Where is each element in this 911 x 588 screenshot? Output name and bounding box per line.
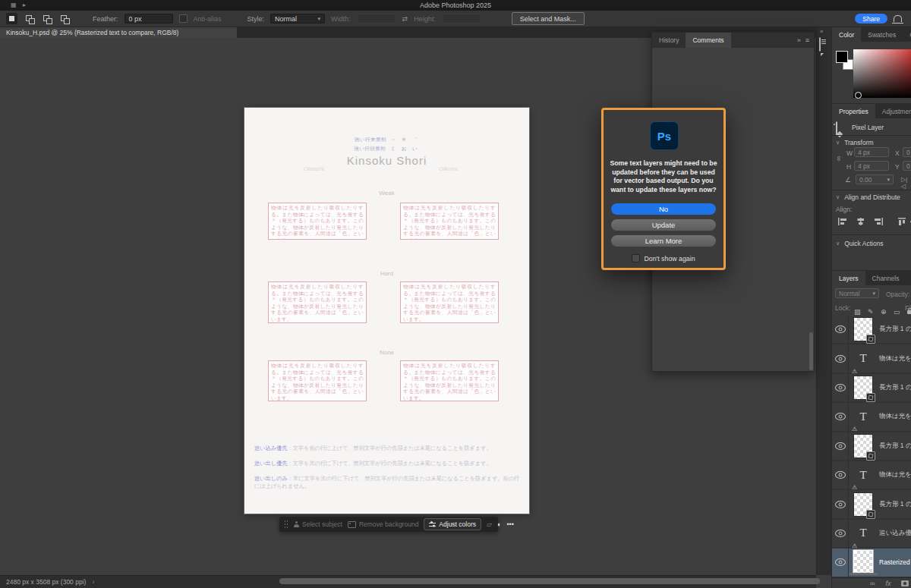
swap-width-height-icon[interactable]: ⇄ [402,15,408,23]
transform-icon[interactable]: ▱ [487,520,492,528]
layer-row[interactable]: T ⚠ 長方形 1 のコピー [832,490,911,519]
link-dimensions-icon[interactable]: ∞ [835,156,843,161]
panel-expand-icon[interactable]: » [797,36,801,44]
layer-visibility-toggle[interactable] [832,432,849,460]
tab-adjustments[interactable]: Adjustments [875,104,911,118]
transform-width-input[interactable]: 4 px [854,147,889,157]
layer-visibility-toggle[interactable] [832,374,849,401]
lock-position-icon[interactable]: ⊕ [881,308,887,316]
layer-row[interactable]: T ⚠ 物体は光を反射し... [832,403,911,432]
more-options-icon[interactable]: ••• [506,520,513,528]
intersect-selection-mode-icon[interactable] [58,13,70,24]
status-chevron-icon[interactable]: › [92,578,94,586]
layer-row[interactable]: T ⚠ 長方形 1 のコピー [832,374,911,403]
task-bar-drag-handle[interactable] [284,520,288,529]
layer-thumbnail[interactable]: T ⚠ [854,493,872,516]
style-dropdown[interactable]: Normal ▾ [270,14,325,24]
tab-paths[interactable]: Paths [906,271,911,285]
comments-panel-icon[interactable] [819,54,830,64]
add-to-selection-mode-icon[interactable] [24,13,35,24]
tab-channels[interactable]: Channels [865,271,906,285]
update-button[interactable]: Update [611,219,716,231]
link-layers-icon[interactable]: ∞ [870,580,875,587]
antialias-checkbox[interactable] [179,14,188,23]
align-center-horizontal-icon[interactable] [856,217,865,226]
tab-swatches[interactable]: Swatches [861,27,903,42]
collapse-panels-icon[interactable]: « [820,28,823,35]
comments-scrollbar[interactable] [809,332,813,370]
color-picker-handle[interactable] [855,92,862,99]
tab-history[interactable]: History [652,33,686,48]
x-field-label: X [895,149,900,157]
blend-mode-dropdown[interactable]: Normal ▾ [835,288,879,298]
lock-image-pixels-icon[interactable]: ✎ [868,308,874,316]
new-selection-mode-icon[interactable] [6,13,17,24]
layer-thumbnail[interactable]: T ⚠ [854,464,872,486]
lock-artboard-icon[interactable]: ▭ [894,308,900,316]
layer-thumbnail[interactable]: T ⚠ [854,551,872,574]
layer-thumbnail[interactable]: T ⚠ [854,347,872,370]
layer-visibility-toggle[interactable] [832,344,849,372]
vector-mask-badge-icon [866,335,875,344]
layer-row[interactable]: T ⚠ 追い込み優先：... [832,520,911,549]
horizontal-scrollbar[interactable] [279,578,820,584]
layer-thumbnail[interactable]: T ⚠ [854,522,872,545]
layer-name: 長方形 1 のコピー [879,442,911,451]
height-field-label: H [846,163,851,171]
tab-layers[interactable]: Layers [832,271,865,285]
no-button[interactable]: No [611,203,716,215]
align-distribute-section-header[interactable]: ∨ Align and Distribute [836,193,900,201]
remove-background-button[interactable]: Remove background [348,520,418,528]
tab-properties[interactable]: Properties [832,104,875,118]
subtract-from-selection-mode-icon[interactable] [41,13,52,24]
notifications-bell-icon[interactable] [894,15,902,22]
height-input[interactable] [442,14,481,24]
layer-visibility-toggle[interactable] [832,490,849,517]
contrast-circle-icon[interactable]: ◐ [497,520,501,528]
layer-visibility-toggle[interactable] [832,461,849,489]
tab-color[interactable]: Color [832,27,861,42]
foreground-color-swatch[interactable] [836,51,848,63]
layer-row[interactable]: T ⚠ 物体は光を反射し... [832,344,911,373]
transform-x-input[interactable]: 0 px [903,147,911,157]
document-tab[interactable]: Kinsoku_H.psd @ 25% (Rasterized text to … [0,27,237,38]
angle-icon: ∠ [845,176,851,184]
layer-visibility-toggle[interactable] [832,316,849,343]
lock-transparent-pixels-icon[interactable]: ▨ [854,308,861,316]
select-and-mask-button[interactable]: Select and Mask... [512,12,585,25]
tab-gradients[interactable]: Gradients [903,27,911,42]
width-input[interactable] [357,14,396,24]
tab-comments[interactable]: Comments [686,33,730,48]
layer-row[interactable]: T ⚠ 長方形 1 のコピー [832,316,911,344]
rotation-angle-input[interactable]: 0.00 ▾ [856,175,894,184]
layer-visibility-toggle[interactable] [832,403,849,430]
layer-thumbnail[interactable]: T ⚠ [854,318,872,341]
layer-effects-icon[interactable]: fx [885,580,891,587]
layer-row[interactable]: T ⚠ 物体は光を反射し... [832,461,911,490]
align-left-icon[interactable] [837,217,847,226]
layer-row[interactable]: T ⚠ 長方形 1 のコピー [832,432,911,461]
align-top-icon[interactable] [897,217,907,226]
adjust-colors-button[interactable]: Adjust colors [424,518,481,530]
learn-more-button[interactable]: Learn More [611,235,716,247]
history-panel-icon[interactable] [819,38,830,49]
transform-y-input[interactable]: 0 px [903,161,911,171]
transform-section-header[interactable]: ∨ Transform [836,139,874,146]
select-subject-button[interactable]: Select subject [293,520,342,528]
add-layer-mask-icon[interactable] [901,580,909,586]
transform-height-input[interactable]: 4 px [854,161,889,171]
color-field[interactable] [853,49,911,98]
share-button[interactable]: Share [855,14,887,24]
layer-thumbnail[interactable]: T ⚠ [854,405,872,428]
flip-icons[interactable]: ▷|◁ [901,176,911,190]
layer-thumbnail[interactable]: T ⚠ [854,435,872,458]
quick-actions-section-header[interactable]: ∨ Quick Actions [836,240,884,247]
layers-horizontal-scrollbar[interactable] [849,573,878,575]
panel-menu-icon[interactable]: ≡ [805,36,809,44]
dont-show-again-checkbox[interactable] [632,254,640,263]
feather-input[interactable]: 0 px [125,14,173,24]
layer-visibility-toggle[interactable] [832,520,849,547]
align-right-icon[interactable] [874,217,884,226]
layer-visibility-toggle[interactable] [832,549,849,576]
layer-thumbnail[interactable]: T ⚠ [854,376,872,399]
